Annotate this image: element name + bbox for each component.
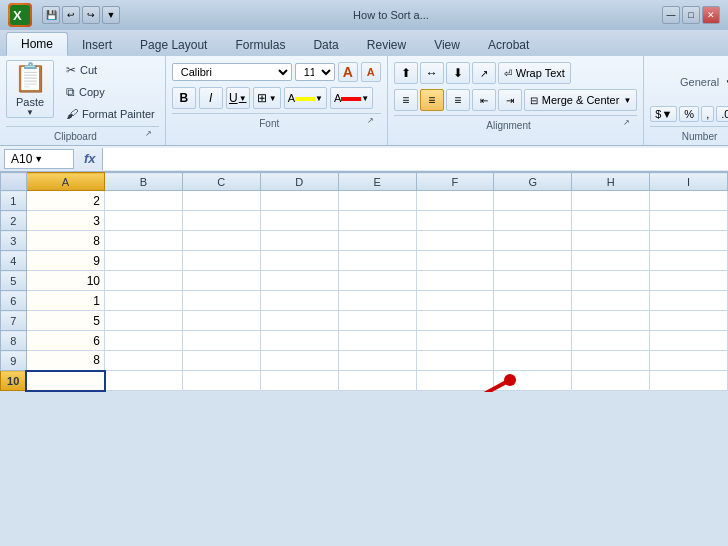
cell-B4[interactable] [105, 251, 183, 271]
copy-button[interactable]: ⧉ Copy [62, 83, 159, 101]
cell-E2[interactable] [338, 211, 416, 231]
col-header-E[interactable]: E [338, 173, 416, 191]
row-number-2[interactable]: 2 [1, 211, 27, 231]
cell-E6[interactable] [338, 291, 416, 311]
row-number-7[interactable]: 7 [1, 311, 27, 331]
col-header-C[interactable]: C [182, 173, 260, 191]
cell-E4[interactable] [338, 251, 416, 271]
clipboard-expand-btn[interactable]: ↗ [145, 129, 159, 143]
cell-A8[interactable]: 6 [26, 331, 104, 351]
cell-G6[interactable] [494, 291, 572, 311]
minimize-btn[interactable]: — [662, 6, 680, 24]
currency-button[interactable]: $▼ [650, 106, 677, 122]
align-bottom-btn[interactable]: ⬇ [446, 62, 470, 84]
tab-acrobat[interactable]: Acrobat [474, 34, 543, 56]
row-number-4[interactable]: 4 [1, 251, 27, 271]
font-expand-btn[interactable]: ↗ [367, 116, 381, 130]
cell-G5[interactable] [494, 271, 572, 291]
decrease-font-size-btn[interactable]: A [361, 62, 381, 82]
cell-H1[interactable] [572, 191, 650, 211]
cell-F8[interactable] [416, 331, 494, 351]
tab-page-layout[interactable]: Page Layout [126, 34, 221, 56]
cell-G9[interactable] [494, 351, 572, 371]
font-size-select[interactable]: 11 [295, 63, 335, 81]
undo-btn[interactable]: ↩ [62, 6, 80, 24]
fill-dropdown[interactable]: ▼ [315, 94, 323, 103]
cell-H8[interactable] [572, 331, 650, 351]
cell-G8[interactable] [494, 331, 572, 351]
cell-E1[interactable] [338, 191, 416, 211]
align-right-btn[interactable]: ≡ [446, 89, 470, 111]
cell-I2[interactable] [650, 211, 728, 231]
col-header-B[interactable]: B [105, 173, 183, 191]
merge-dropdown[interactable]: ▼ [623, 96, 631, 105]
cell-B5[interactable] [105, 271, 183, 291]
col-header-G[interactable]: G [494, 173, 572, 191]
cell-I6[interactable] [650, 291, 728, 311]
cell-B7[interactable] [105, 311, 183, 331]
borders-dropdown[interactable]: ▼ [269, 94, 277, 103]
cell-A3[interactable]: 8 [26, 231, 104, 251]
cell-G10[interactable] [494, 371, 572, 391]
decrease-decimal-btn[interactable]: .0 [716, 106, 728, 122]
cell-F6[interactable] [416, 291, 494, 311]
cell-I5[interactable] [650, 271, 728, 291]
cell-D9[interactable] [260, 351, 338, 371]
cell-B3[interactable] [105, 231, 183, 251]
cell-D7[interactable] [260, 311, 338, 331]
cell-A9[interactable]: 8 [26, 351, 104, 371]
cell-G4[interactable] [494, 251, 572, 271]
cell-H4[interactable] [572, 251, 650, 271]
cell-H6[interactable] [572, 291, 650, 311]
cell-H5[interactable] [572, 271, 650, 291]
cell-H9[interactable] [572, 351, 650, 371]
cell-C1[interactable] [182, 191, 260, 211]
formula-input[interactable] [102, 148, 728, 170]
cell-A6[interactable]: 1 [26, 291, 104, 311]
maximize-btn[interactable]: □ [682, 6, 700, 24]
bold-button[interactable]: B [172, 87, 196, 109]
cell-G1[interactable] [494, 191, 572, 211]
cell-A4[interactable]: 9 [26, 251, 104, 271]
cell-D8[interactable] [260, 331, 338, 351]
increase-indent-btn[interactable]: ⇥ [498, 89, 522, 111]
cell-E9[interactable] [338, 351, 416, 371]
cell-E3[interactable] [338, 231, 416, 251]
col-header-A[interactable]: A [26, 173, 104, 191]
more-btn[interactable]: ▼ [102, 6, 120, 24]
cell-ref-dropdown[interactable]: ▼ [34, 154, 43, 164]
cell-I10[interactable] [650, 371, 728, 391]
cell-D5[interactable] [260, 271, 338, 291]
italic-button[interactable]: I [199, 87, 223, 109]
cell-F10[interactable] [416, 371, 494, 391]
cell-F4[interactable] [416, 251, 494, 271]
cell-G3[interactable] [494, 231, 572, 251]
cell-I8[interactable] [650, 331, 728, 351]
cell-E8[interactable] [338, 331, 416, 351]
paste-button[interactable]: 📋 Paste ▼ [6, 60, 54, 118]
tab-formulas[interactable]: Formulas [221, 34, 299, 56]
cell-F3[interactable] [416, 231, 494, 251]
cell-C2[interactable] [182, 211, 260, 231]
cell-A2[interactable]: 3 [26, 211, 104, 231]
row-number-8[interactable]: 8 [1, 331, 27, 351]
cell-I1[interactable] [650, 191, 728, 211]
cell-B9[interactable] [105, 351, 183, 371]
cell-D10[interactable] [260, 371, 338, 391]
cell-F5[interactable] [416, 271, 494, 291]
cell-B10[interactable] [105, 371, 183, 391]
align-center-btn[interactable]: ≡ [420, 89, 444, 111]
cell-D1[interactable] [260, 191, 338, 211]
cell-E7[interactable] [338, 311, 416, 331]
align-left-btn[interactable]: ≡ [394, 89, 418, 111]
underline-dropdown[interactable]: ▼ [239, 94, 247, 103]
align-middle-btn[interactable]: ↔ [420, 62, 444, 84]
merge-center-button[interactable]: ⊟ Merge & Center ▼ [524, 89, 638, 111]
cell-E5[interactable] [338, 271, 416, 291]
row-number-5[interactable]: 5 [1, 271, 27, 291]
tab-data[interactable]: Data [299, 34, 352, 56]
fill-color-button[interactable]: A ▼ [284, 87, 327, 109]
cell-B1[interactable] [105, 191, 183, 211]
font-name-select[interactable]: Calibri [172, 63, 292, 81]
cell-A5[interactable]: 10 [26, 271, 104, 291]
